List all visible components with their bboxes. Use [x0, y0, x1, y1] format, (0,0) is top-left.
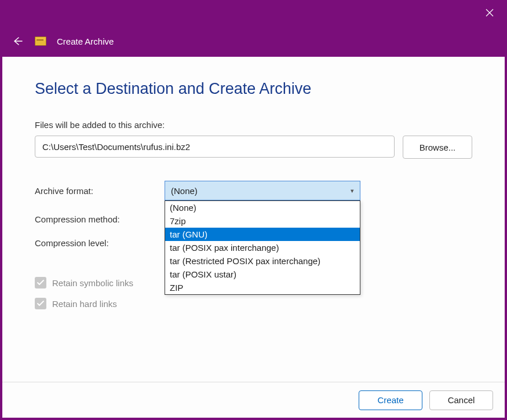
close-button[interactable] — [480, 3, 499, 22]
archive-format-row: Archive format: (None) ▾ — [35, 181, 472, 200]
arrow-left-icon — [12, 35, 23, 47]
browse-button[interactable]: Browse... — [403, 136, 472, 159]
retain-symbolic-checkbox[interactable] — [35, 277, 46, 288]
create-button[interactable]: Create — [359, 390, 422, 410]
content-area: Select a Destination and Create Archive … — [2, 57, 505, 418]
dropdown-option[interactable]: ZIP — [165, 281, 360, 294]
retain-hard-row: Retain hard links — [35, 298, 472, 309]
footer: Create Cancel — [2, 382, 505, 418]
header-title: Create Archive — [57, 36, 114, 46]
form-rows: Archive format: (None) ▾ (None)7ziptar (… — [35, 181, 472, 248]
dropdown-option[interactable]: (None) — [165, 201, 360, 214]
header: Create Archive — [0, 25, 507, 57]
archive-format-combo[interactable]: (None) ▾ — [165, 181, 360, 200]
files-label: Files will be added to this archive: — [35, 120, 472, 130]
archive-format-dropdown: (None)7ziptar (GNU)tar (POSIX pax interc… — [165, 200, 360, 295]
destination-path-input[interactable] — [35, 136, 395, 158]
back-button[interactable] — [10, 34, 24, 48]
compression-method-label: Compression method: — [35, 214, 165, 224]
retain-hard-checkbox[interactable] — [35, 298, 46, 309]
retain-hard-label: Retain hard links — [52, 299, 117, 309]
compression-level-label: Compression level: — [35, 238, 165, 248]
check-icon — [37, 280, 44, 286]
page-title: Select a Destination and Create Archive — [35, 80, 472, 98]
dropdown-option[interactable]: tar (GNU) — [165, 228, 360, 241]
archive-format-label: Archive format: — [35, 186, 165, 196]
dropdown-option[interactable]: tar (POSIX pax interchange) — [165, 241, 360, 254]
archive-app-icon — [35, 36, 46, 46]
check-icon — [37, 301, 44, 306]
dropdown-option[interactable]: tar (POSIX ustar) — [165, 268, 360, 281]
chevron-down-icon: ▾ — [351, 187, 354, 195]
close-icon — [486, 9, 494, 17]
path-row: Browse... — [35, 136, 472, 159]
dropdown-option[interactable]: 7zip — [165, 214, 360, 228]
dropdown-option[interactable]: tar (Restricted POSIX pax interchange) — [165, 254, 360, 268]
titlebar — [0, 0, 507, 25]
cancel-button[interactable]: Cancel — [429, 390, 493, 410]
archive-format-selected: (None) — [171, 186, 198, 196]
retain-symbolic-label: Retain symbolic links — [52, 278, 133, 288]
